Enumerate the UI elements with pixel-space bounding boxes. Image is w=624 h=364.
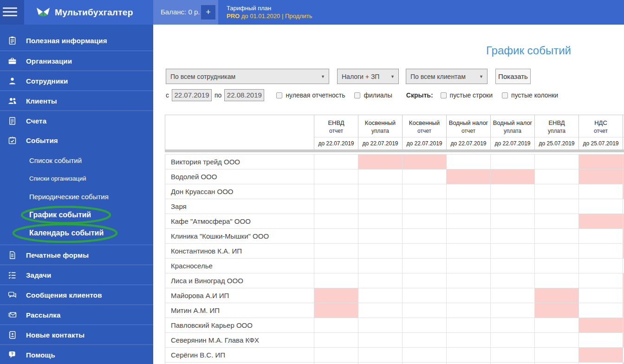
event-cell[interactable] bbox=[358, 259, 403, 273]
event-cell[interactable] bbox=[447, 273, 491, 288]
event-cell[interactable] bbox=[491, 273, 535, 288]
client-name-cell[interactable]: Клиника "Кошки-Мышки" ООО bbox=[165, 229, 314, 244]
date-from-input[interactable]: 22.07.2019 bbox=[172, 89, 212, 101]
event-cell[interactable] bbox=[491, 155, 535, 169]
sidebar-item[interactable]: Организации bbox=[0, 51, 153, 71]
client-name-cell[interactable]: Лиса и Виноград ООО bbox=[165, 273, 314, 288]
client-name-cell[interactable]: Водолей ООО bbox=[165, 169, 314, 184]
client-name-cell[interactable]: Майорова А.И ИП bbox=[165, 288, 314, 303]
horizontal-scrollbar[interactable] bbox=[165, 150, 624, 152]
show-button[interactable]: Показать bbox=[495, 69, 531, 84]
sidebar-subitem[interactable]: Списки организаций bbox=[0, 169, 153, 188]
clients-select[interactable]: По всем клиентам ▼ bbox=[406, 69, 488, 84]
event-cell[interactable] bbox=[403, 288, 447, 303]
sidebar-item[interactable]: Полезная информация bbox=[0, 31, 153, 51]
event-cell[interactable] bbox=[491, 318, 535, 333]
event-cell[interactable] bbox=[535, 333, 579, 348]
event-cell[interactable] bbox=[314, 199, 358, 214]
event-cell[interactable] bbox=[491, 214, 535, 229]
event-cell[interactable] bbox=[403, 244, 447, 259]
sidebar-item[interactable]: Сотрудники bbox=[0, 71, 153, 91]
event-cell[interactable] bbox=[535, 244, 579, 259]
event-cell[interactable] bbox=[535, 169, 579, 184]
sidebar-item[interactable]: Клиенты bbox=[0, 91, 153, 110]
sidebar-item[interactable]: Счета bbox=[0, 110, 153, 130]
event-cell[interactable] bbox=[358, 199, 403, 214]
event-cell[interactable] bbox=[491, 184, 535, 199]
event-cell[interactable] bbox=[314, 229, 358, 244]
app-logo[interactable]: Мультибухгалтер bbox=[24, 0, 153, 25]
event-cell[interactable] bbox=[447, 333, 491, 348]
event-cell[interactable] bbox=[403, 214, 447, 229]
event-cell[interactable] bbox=[535, 199, 579, 214]
event-cell[interactable] bbox=[447, 214, 491, 229]
event-cell[interactable] bbox=[358, 318, 403, 333]
sidebar-item[interactable]: Рассылка bbox=[0, 305, 153, 325]
event-cell[interactable] bbox=[491, 169, 535, 184]
event-cell[interactable] bbox=[358, 155, 403, 169]
hamburger-menu-icon[interactable] bbox=[0, 0, 24, 25]
event-cell[interactable] bbox=[447, 155, 491, 169]
event-cell[interactable] bbox=[447, 288, 491, 303]
event-cell[interactable] bbox=[579, 363, 623, 364]
event-cell[interactable] bbox=[579, 348, 623, 363]
event-cell[interactable] bbox=[314, 303, 358, 318]
renew-link[interactable]: Продлить bbox=[285, 13, 312, 20]
event-cell[interactable] bbox=[579, 273, 623, 288]
event-cell[interactable] bbox=[314, 273, 358, 288]
event-cell[interactable] bbox=[491, 288, 535, 303]
checkbox-empty-rows[interactable] bbox=[441, 92, 447, 98]
event-cell[interactable] bbox=[358, 363, 403, 364]
client-name-cell[interactable]: Северянин М.А. Глава КФХ bbox=[165, 333, 314, 348]
event-cell[interactable] bbox=[403, 184, 447, 199]
event-cell[interactable] bbox=[403, 273, 447, 288]
event-cell[interactable] bbox=[358, 348, 403, 363]
event-cell[interactable] bbox=[314, 318, 358, 333]
event-cell[interactable] bbox=[358, 169, 403, 184]
category-select[interactable]: Налоги + ЗП ▼ bbox=[337, 69, 399, 84]
event-cell[interactable] bbox=[403, 155, 447, 169]
event-cell[interactable] bbox=[491, 363, 535, 364]
client-name-cell[interactable]: Красноселье bbox=[165, 259, 314, 273]
event-cell[interactable] bbox=[579, 244, 623, 259]
event-cell[interactable] bbox=[447, 318, 491, 333]
event-cell[interactable] bbox=[491, 199, 535, 214]
event-cell[interactable] bbox=[579, 199, 623, 214]
sidebar-item[interactable]: ?Помощь bbox=[0, 344, 153, 364]
event-cell[interactable] bbox=[358, 273, 403, 288]
event-cell[interactable] bbox=[491, 244, 535, 259]
event-cell[interactable] bbox=[579, 184, 623, 199]
sidebar-item[interactable]: События bbox=[0, 130, 153, 150]
checkbox-branches[interactable] bbox=[354, 92, 360, 98]
event-cell[interactable] bbox=[535, 363, 579, 364]
event-cell[interactable] bbox=[314, 214, 358, 229]
event-cell[interactable] bbox=[403, 259, 447, 273]
event-cell[interactable] bbox=[579, 169, 623, 184]
event-cell[interactable] bbox=[535, 303, 579, 318]
event-cell[interactable] bbox=[447, 184, 491, 199]
client-name-cell[interactable]: Виктория трейд ООО bbox=[165, 155, 314, 169]
event-cell[interactable] bbox=[314, 155, 358, 169]
date-to-input[interactable]: 22.08.2019 bbox=[224, 89, 264, 101]
event-cell[interactable] bbox=[535, 348, 579, 363]
event-cell[interactable] bbox=[535, 184, 579, 199]
event-cell[interactable] bbox=[403, 348, 447, 363]
event-cell[interactable] bbox=[403, 229, 447, 244]
event-cell[interactable] bbox=[579, 155, 623, 169]
event-cell[interactable] bbox=[491, 333, 535, 348]
event-cell[interactable] bbox=[358, 184, 403, 199]
event-cell[interactable] bbox=[403, 363, 447, 364]
event-cell[interactable] bbox=[403, 318, 447, 333]
client-name-cell[interactable] bbox=[165, 363, 314, 364]
event-cell[interactable] bbox=[358, 303, 403, 318]
event-cell[interactable] bbox=[403, 199, 447, 214]
event-cell[interactable] bbox=[579, 288, 623, 303]
sidebar-item[interactable]: Печатные формы bbox=[0, 245, 153, 265]
sidebar-subitem[interactable]: Периодические события bbox=[0, 188, 153, 206]
event-cell[interactable] bbox=[535, 155, 579, 169]
client-name-cell[interactable]: Константинов К.А. ИП bbox=[165, 244, 314, 259]
client-name-cell[interactable]: Митин А.М. ИП bbox=[165, 303, 314, 318]
event-cell[interactable] bbox=[579, 214, 623, 229]
event-cell[interactable] bbox=[403, 333, 447, 348]
sidebar-subitem[interactable]: Список событий bbox=[0, 151, 153, 169]
